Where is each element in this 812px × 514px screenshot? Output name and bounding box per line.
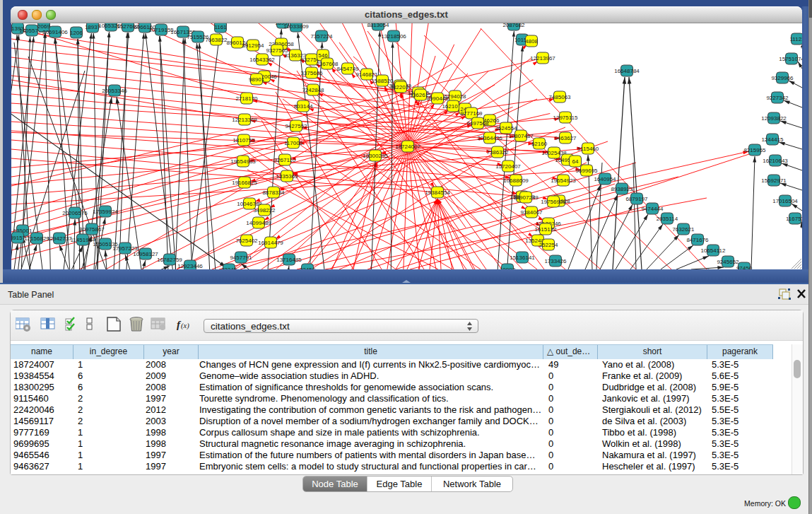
svg-text:8912954: 8912954: [242, 42, 264, 49]
svg-text:15720407: 15720407: [495, 163, 521, 170]
svg-text:1640954: 1640954: [594, 176, 616, 182]
svg-text:15136141: 15136141: [510, 255, 535, 261]
svg-text:252254: 252254: [539, 242, 558, 248]
svg-text:9115460: 9115460: [577, 146, 599, 152]
svg-text:12213369: 12213369: [232, 117, 257, 123]
svg-text:9245652: 9245652: [717, 259, 739, 265]
svg-text:1810755: 1810755: [233, 137, 255, 144]
svg-text:6794028: 6794028: [444, 93, 466, 100]
svg-text:19384554: 19384554: [425, 189, 450, 196]
svg-text:8813054: 8813054: [367, 23, 389, 28]
svg-text:64: 64: [572, 158, 579, 165]
svg-text:7242848: 7242848: [302, 87, 324, 93]
svg-text:10654112: 10654112: [701, 247, 726, 254]
svg-text:7357224: 7357224: [310, 33, 333, 40]
svg-text:117008: 117008: [284, 140, 303, 146]
svg-text:3375685: 3375685: [300, 70, 323, 76]
svg-text:8938923: 8938923: [611, 186, 633, 192]
svg-text:18724007: 18724007: [395, 144, 420, 150]
svg-text:16782759: 16782759: [157, 257, 182, 263]
svg-text:7625402: 7625402: [235, 238, 258, 244]
svg-text:13716485: 13716485: [276, 257, 302, 263]
svg-text:9384067: 9384067: [520, 209, 543, 216]
svg-text:30975867: 30975867: [79, 226, 105, 233]
svg-text:2087682: 2087682: [502, 23, 525, 28]
svg-text:3624554: 3624554: [495, 125, 517, 132]
svg-text:9699695: 9699695: [575, 168, 598, 174]
svg-text:17016504: 17016504: [772, 198, 798, 204]
svg-text:17359924: 17359924: [93, 209, 118, 215]
svg-text:9777169: 9777169: [460, 110, 483, 117]
svg-text:13218506: 13218506: [381, 33, 406, 40]
svg-text:19166825: 19166825: [232, 180, 257, 186]
svg-text:11121: 11121: [789, 36, 802, 42]
svg-text:11451944: 11451944: [71, 237, 96, 243]
svg-text:3267110: 3267110: [274, 157, 296, 163]
svg-text:12923446: 12923446: [177, 263, 203, 269]
svg-text:19654923: 19654923: [551, 177, 576, 184]
svg-text:12093822: 12093822: [761, 115, 787, 122]
svg-text:10688609: 10688609: [503, 177, 529, 184]
svg-text:9227342: 9227342: [766, 95, 789, 101]
svg-text:6879197: 6879197: [625, 196, 648, 202]
svg-text:2718170: 2718170: [235, 95, 258, 102]
svg-text:16543362: 16543362: [249, 57, 275, 63]
svg-text:1733426: 1733426: [544, 258, 567, 264]
svg-text:98901: 98901: [249, 76, 265, 83]
svg-text:19756928: 19756928: [541, 199, 566, 205]
svg-text:9427552: 9427552: [285, 123, 307, 129]
svg-text:14099489: 14099489: [246, 220, 271, 226]
svg-text:8215955: 8215955: [743, 147, 766, 153]
svg-text:1206: 1206: [70, 30, 83, 36]
svg-text:20206576: 20206576: [62, 210, 88, 216]
svg-text:12942737: 12942737: [47, 235, 72, 242]
svg-text:12975115: 12975115: [553, 115, 579, 121]
svg-text:12156829: 12156829: [24, 235, 49, 242]
svg-text:4808: 4808: [525, 38, 538, 45]
svg-text:20364436: 20364436: [477, 135, 502, 141]
svg-text:15692971: 15692971: [761, 177, 787, 184]
svg-text:803144: 803144: [294, 103, 313, 110]
svg-text:116753: 116753: [786, 216, 802, 222]
svg-text:1244415: 1244415: [761, 136, 784, 143]
svg-text:2935114: 2935114: [657, 216, 678, 222]
svg-text:9463627: 9463627: [554, 135, 577, 141]
svg-text:6497568: 6497568: [466, 120, 489, 127]
svg-text:7663822: 7663822: [205, 37, 228, 43]
svg-text:10958127: 10958127: [133, 251, 158, 257]
svg-text:9329966: 9329966: [771, 75, 794, 81]
svg-text:16914479: 16914479: [258, 240, 283, 246]
svg-text:20691406: 20691406: [42, 29, 68, 35]
svg-text:10992: 10992: [500, 267, 516, 269]
svg-text:16210643: 16210643: [763, 158, 788, 164]
svg-text:9457791: 9457791: [230, 255, 252, 261]
svg-text:9474444: 9474444: [641, 206, 664, 212]
svg-text:97450: 97450: [736, 265, 753, 269]
svg-text:1335369: 1335369: [276, 173, 298, 180]
svg-text:7386322: 7386322: [486, 149, 509, 156]
svg-text:18907249: 18907249: [513, 194, 539, 201]
svg-text:83245: 83245: [221, 267, 237, 269]
svg-text:9146821: 9146821: [355, 71, 378, 78]
svg-text:8878334: 8878334: [262, 189, 285, 196]
svg-text:3498222: 3498222: [253, 207, 276, 214]
svg-text:1161: 1161: [214, 24, 227, 30]
svg-text:19654983: 19654983: [230, 158, 256, 165]
svg-text:2367608: 2367608: [316, 61, 339, 67]
svg-text:20053346: 20053346: [102, 88, 127, 94]
svg-text:10033809: 10033809: [283, 23, 309, 30]
svg-text:7632621: 7632621: [672, 226, 695, 233]
svg-text:92450: 92450: [300, 267, 316, 269]
svg-text:3822037: 3822037: [389, 84, 412, 90]
svg-text:12213967: 12213967: [530, 55, 555, 62]
svg-text:10807487: 10807487: [508, 133, 534, 139]
svg-text:8471676: 8471676: [686, 237, 709, 243]
svg-text:18300295: 18300295: [363, 153, 388, 159]
svg-text:16648784: 16648784: [614, 68, 640, 74]
svg-text:1615132: 1615132: [534, 226, 557, 233]
svg-text:62160: 62160: [531, 141, 548, 147]
svg-text:7485063: 7485063: [548, 94, 571, 100]
svg-text:(x): (x): [181, 322, 189, 330]
svg-text:15751074: 15751074: [779, 56, 802, 62]
